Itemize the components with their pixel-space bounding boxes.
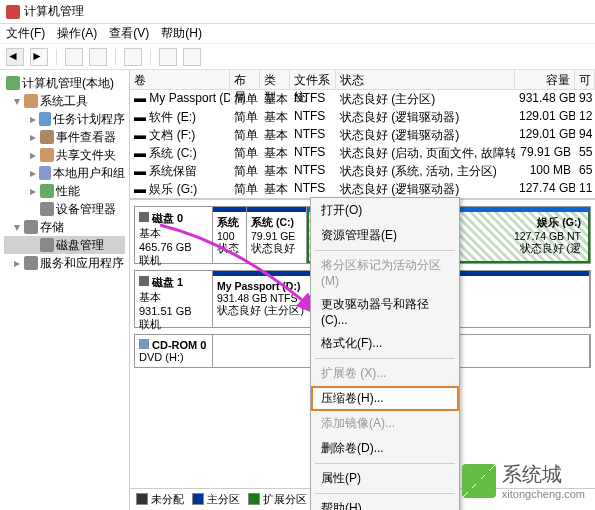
col-volume[interactable]: 卷	[130, 70, 230, 89]
ctx-open[interactable]: 打开(O)	[311, 198, 459, 223]
tree-system-tools[interactable]: ▾系统工具	[4, 92, 125, 110]
volume-row[interactable]: ▬ 文档 (F:)简单基本NTFS状态良好 (逻辑驱动器)129.01 GB94	[130, 126, 595, 144]
view-list-icon[interactable]	[159, 48, 177, 66]
refresh-icon[interactable]	[65, 48, 83, 66]
titlebar: 计算机管理	[0, 0, 595, 24]
cdrom-label[interactable]: CD-ROM 0 DVD (H:)	[135, 335, 213, 367]
watermark-logo-icon	[462, 464, 496, 498]
partition-system-reserved[interactable]: 系统100状态	[213, 207, 247, 263]
app-icon	[6, 5, 20, 19]
volume-row[interactable]: ▬ 系统保留简单基本NTFS状态良好 (系统, 活动, 主分区)100 MB65	[130, 162, 595, 180]
ctx-add-mirror: 添加镜像(A)...	[311, 411, 459, 436]
tree-root[interactable]: 计算机管理(本地)	[4, 74, 125, 92]
tree-shared-folders[interactable]: ▸共享文件夹	[4, 146, 125, 164]
volume-row[interactable]: ▬ 娱乐 (G:)简单基本NTFS状态良好 (逻辑驱动器)127.74 GB11	[130, 180, 595, 198]
ctx-help[interactable]: 帮助(H)	[311, 496, 459, 510]
grid-icon[interactable]	[89, 48, 107, 66]
partition-c[interactable]: 系统 (C:)79.91 GE状态良好	[247, 207, 307, 263]
ctx-explorer[interactable]: 资源管理器(E)	[311, 223, 459, 248]
ctx-mark-active: 将分区标记为活动分区(M)	[311, 253, 459, 292]
watermark-brand: 系统城	[502, 461, 585, 488]
volume-row[interactable]: ▬ My Passport (D:)简单基本NTFS状态良好 (主分区)931.…	[130, 90, 595, 108]
volume-row[interactable]: ▬ 软件 (E:)简单基本NTFS状态良好 (逻辑驱动器)129.01 GB12	[130, 108, 595, 126]
watermark-url: xitongcheng.com	[502, 488, 585, 500]
context-menu: 打开(O) 资源管理器(E) 将分区标记为活动分区(M) 更改驱动器号和路径(C…	[310, 197, 460, 510]
tree-device-manager[interactable]: 设备管理器	[4, 200, 125, 218]
tree-services[interactable]: ▸服务和应用程序	[4, 254, 125, 272]
tree-disk-management[interactable]: 磁盘管理	[4, 236, 125, 254]
toolbar: ◄ ►	[0, 44, 595, 70]
ctx-format[interactable]: 格式化(F)...	[311, 331, 459, 356]
back-icon[interactable]: ◄	[6, 48, 24, 66]
cdrom-icon	[139, 339, 149, 349]
ctx-change-letter[interactable]: 更改驱动器号和路径(C)...	[311, 292, 459, 331]
ctx-extend: 扩展卷 (X)...	[311, 361, 459, 386]
nav-tree: 计算机管理(本地) ▾系统工具 ▸任务计划程序 ▸事件查看器 ▸共享文件夹 ▸本…	[0, 70, 130, 510]
view-bottom-icon[interactable]	[183, 48, 201, 66]
legend-unallocated: 未分配	[136, 492, 184, 507]
menu-action[interactable]: 操作(A)	[57, 25, 97, 42]
col-filesystem[interactable]: 文件系统	[290, 70, 336, 89]
forward-icon[interactable]: ►	[30, 48, 48, 66]
disk-icon	[139, 276, 149, 286]
disk-1-label[interactable]: 磁盘 1 基本 931.51 GB 联机	[135, 271, 213, 327]
disk-icon	[139, 212, 149, 222]
legend-primary: 主分区	[192, 492, 240, 507]
disk-0-label[interactable]: 磁盘 0 基本 465.76 GB 联机	[135, 207, 213, 263]
tree-storage[interactable]: ▾存储	[4, 218, 125, 236]
volume-table: 卷 布局 类型 文件系统 状态 容量 可 ▬ My Passport (D:)简…	[130, 70, 595, 199]
window-title: 计算机管理	[24, 3, 84, 20]
volume-row[interactable]: ▬ 系统 (C:)简单基本NTFS状态良好 (启动, 页面文件, 故障转储, 主…	[130, 144, 595, 162]
tree-task-scheduler[interactable]: ▸任务计划程序	[4, 110, 125, 128]
menu-view[interactable]: 查看(V)	[109, 25, 149, 42]
tree-event-viewer[interactable]: ▸事件查看器	[4, 128, 125, 146]
ctx-shrink-highlighted[interactable]: 压缩卷(H)...	[311, 386, 459, 411]
menu-help[interactable]: 帮助(H)	[161, 25, 202, 42]
legend-extended: 扩展分区	[248, 492, 307, 507]
menubar: 文件(F) 操作(A) 查看(V) 帮助(H)	[0, 24, 595, 44]
menu-file[interactable]: 文件(F)	[6, 25, 45, 42]
tree-local-users[interactable]: ▸本地用户和组	[4, 164, 125, 182]
ctx-properties[interactable]: 属性(P)	[311, 466, 459, 491]
ctx-delete[interactable]: 删除卷(D)...	[311, 436, 459, 461]
col-status[interactable]: 状态	[336, 70, 515, 89]
volume-header: 卷 布局 类型 文件系统 状态 容量 可	[130, 70, 595, 90]
col-type[interactable]: 类型	[260, 70, 290, 89]
tree-performance[interactable]: ▸性能	[4, 182, 125, 200]
col-layout[interactable]: 布局	[230, 70, 260, 89]
col-capacity[interactable]: 容量	[515, 70, 575, 89]
help-icon[interactable]	[124, 48, 142, 66]
watermark: 系统城 xitongcheng.com	[462, 461, 585, 500]
col-free[interactable]: 可	[575, 70, 595, 89]
